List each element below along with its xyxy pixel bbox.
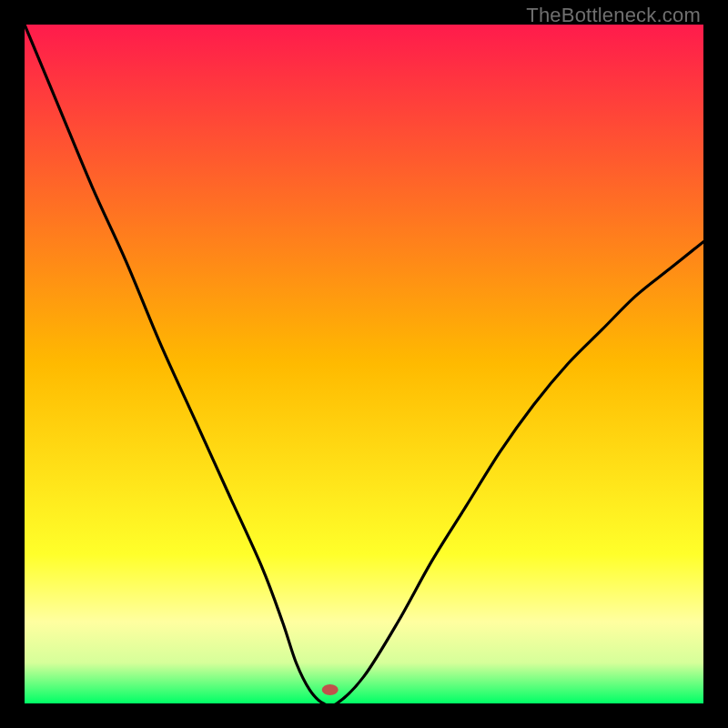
optimal-marker <box>322 684 339 695</box>
plot-area <box>25 25 703 703</box>
chart-frame: TheBottleneck.com <box>0 0 728 728</box>
gradient-background <box>25 25 703 703</box>
chart-svg <box>25 25 703 703</box>
